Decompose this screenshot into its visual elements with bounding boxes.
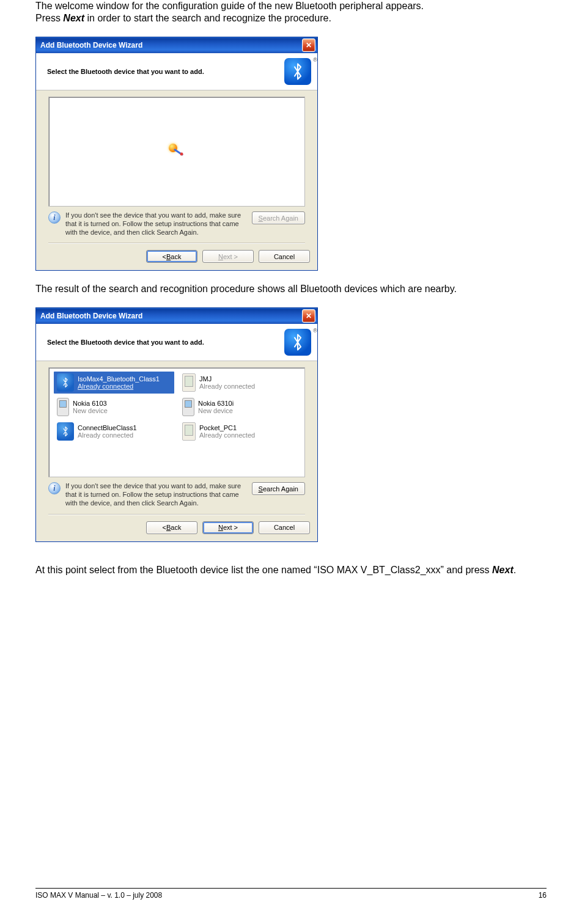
footer-left: ISO MAX V Manual – v. 1.0 – july 2008 xyxy=(35,891,162,900)
header-band: Select the Bluetooth device that you wan… xyxy=(36,53,317,90)
device-status: Already connected xyxy=(199,383,255,391)
cancel-button[interactable]: Cancel xyxy=(259,521,310,534)
device-status: Already connected xyxy=(78,383,160,391)
device-name: Pocket_PC1 xyxy=(199,424,255,432)
device-name: ConnectBlueClass1 xyxy=(78,424,137,432)
pda-device-icon xyxy=(182,422,196,441)
titlebar: Add Bluetooth Device Wizard ✕ xyxy=(36,308,317,324)
device-status: Already connected xyxy=(199,431,255,439)
paragraph-1: The welcome window for the configuration… xyxy=(35,0,547,24)
info-icon: i xyxy=(48,482,61,494)
bluetooth-device-icon xyxy=(57,422,74,441)
window-title: Add Bluetooth Device Wizard xyxy=(40,41,302,50)
device-list-empty xyxy=(48,97,305,207)
device-name: IsoMax4_Bluetooth_Class1 xyxy=(78,375,160,383)
search-again-button: Search Again xyxy=(252,211,305,224)
device-status: Already connected xyxy=(78,431,137,439)
info-text: If you don't see the device that you wan… xyxy=(65,482,247,507)
paragraph-3: At this point select from the Bluetooth … xyxy=(35,564,547,576)
titlebar: Add Bluetooth Device Wizard ✕ xyxy=(36,37,317,53)
device-status: New device xyxy=(73,407,108,415)
wizard-searching: Add Bluetooth Device Wizard ✕ Select the… xyxy=(35,37,318,271)
phone-device-icon xyxy=(182,398,194,416)
bluetooth-icon: ® xyxy=(284,329,311,356)
device-item-connectblue[interactable]: ConnectBlueClass1Already connected xyxy=(54,420,174,442)
wizard-results: Add Bluetooth Device Wizard ✕ Select the… xyxy=(35,307,318,541)
next-button: Next > xyxy=(202,250,254,263)
p1-line1: The welcome window for the configuration… xyxy=(35,1,424,11)
registered-mark: ® xyxy=(313,328,317,334)
p1-line2-suffix: in order to start the search and recogni… xyxy=(84,13,331,23)
device-name: Nokia 6103 xyxy=(73,400,108,408)
bluetooth-device-icon xyxy=(57,373,74,392)
button-row: < Back Next > Cancel xyxy=(36,244,317,270)
button-row: < Back Next > Cancel xyxy=(36,515,317,541)
device-status: New device xyxy=(198,407,234,415)
phone-device-icon xyxy=(57,398,69,416)
p1-line2-bold: Next xyxy=(63,13,84,23)
p1-line2-prefix: Press xyxy=(35,13,63,23)
header-text: Select the Bluetooth device that you wan… xyxy=(47,68,204,75)
paragraph-2: The result of the search and recognition… xyxy=(35,283,547,295)
info-text: If you don't see the device that you wan… xyxy=(65,211,247,237)
footer-page-number: 16 xyxy=(539,891,547,900)
searching-icon xyxy=(168,142,186,161)
info-icon: i xyxy=(48,211,61,224)
back-button[interactable]: < Back xyxy=(146,250,197,263)
device-name: JMJ xyxy=(199,375,255,383)
bluetooth-icon: ® xyxy=(284,58,311,85)
registered-mark: ® xyxy=(313,57,317,63)
device-item-nokia6103[interactable]: Nokia 6103New device xyxy=(54,396,174,418)
close-icon[interactable]: ✕ xyxy=(302,38,315,52)
next-button[interactable]: Next > xyxy=(202,521,254,534)
header-text: Select the Bluetooth device that you wan… xyxy=(47,339,204,346)
window-title: Add Bluetooth Device Wizard xyxy=(40,312,302,320)
header-band: Select the Bluetooth device that you wan… xyxy=(36,324,317,361)
back-button[interactable]: < Back xyxy=(146,521,197,534)
p3-prefix: At this point select from the Bluetooth … xyxy=(35,565,492,575)
svg-point-0 xyxy=(180,153,183,156)
device-name: Nokia 6310i xyxy=(198,400,234,408)
device-item-isomax4[interactable]: IsoMax4_Bluetooth_Class1Already connecte… xyxy=(54,372,174,394)
device-item-jmj[interactable]: JMJAlready connected xyxy=(179,372,300,394)
page-footer: ISO MAX V Manual – v. 1.0 – july 2008 16 xyxy=(35,888,547,900)
device-item-nokia6310i[interactable]: Nokia 6310iNew device xyxy=(179,396,300,418)
p3-bold: Next xyxy=(492,565,514,575)
pda-device-icon xyxy=(182,373,196,392)
device-list: IsoMax4_Bluetooth_Class1Already connecte… xyxy=(48,367,305,477)
close-icon[interactable]: ✕ xyxy=(302,309,315,323)
device-item-pocketpc[interactable]: Pocket_PC1Already connected xyxy=(179,420,300,442)
search-again-button[interactable]: Search Again xyxy=(252,482,305,495)
p3-suffix: . xyxy=(514,565,516,575)
cancel-button[interactable]: Cancel xyxy=(259,250,310,263)
